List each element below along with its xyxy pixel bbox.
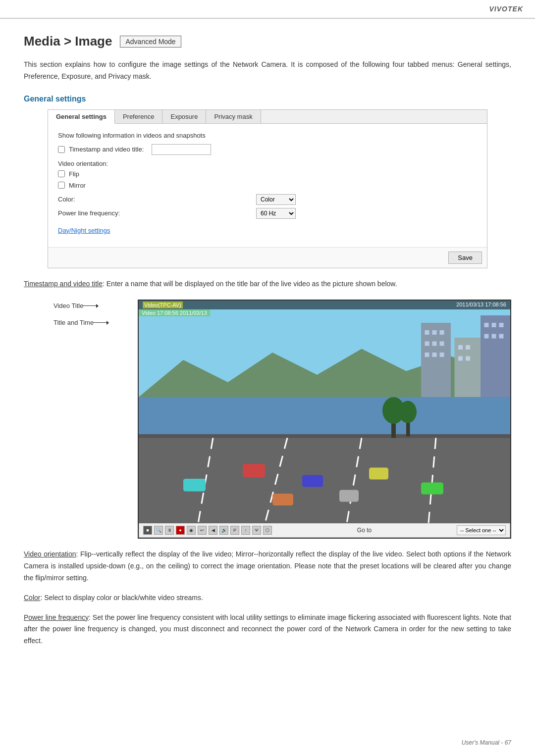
video-title-label-row: Video Title xyxy=(54,301,138,310)
svg-rect-26 xyxy=(492,323,496,327)
goto-select[interactable]: -- Select one -- xyxy=(457,525,506,535)
timestamp-term: Timestamp and video title xyxy=(24,280,103,288)
page-footer: User's Manual - 67 xyxy=(462,739,511,746)
save-button[interactable]: Save xyxy=(448,252,482,264)
svg-rect-22 xyxy=(466,345,470,350)
ctrl-search[interactable]: 🔍 xyxy=(154,526,163,535)
video-timestamp-text: 2011/03/13 17:08:56 xyxy=(456,302,506,308)
svg-rect-21 xyxy=(458,345,463,350)
power-freq-label: Power line frequency: xyxy=(58,209,120,217)
svg-point-34 xyxy=(399,401,417,423)
ctrl-mic[interactable]: Ψ xyxy=(252,526,261,535)
svg-rect-23 xyxy=(458,356,463,361)
orientation-explanation: Video orientation: Flip--vertically refl… xyxy=(24,549,511,584)
video-title-label: Video Title xyxy=(54,302,83,309)
power-freq-row: Power line frequency: 60 Hz 50 Hz xyxy=(58,208,296,219)
ctrl-record[interactable]: ● xyxy=(176,526,185,535)
color-label: Color: xyxy=(58,196,75,203)
power-explanation-text: : Set the power line frequency consisten… xyxy=(24,613,511,645)
svg-rect-36 xyxy=(302,475,323,487)
footer-text: User's Manual - 67 xyxy=(462,739,511,746)
mirror-label: Mirror xyxy=(69,182,86,189)
svg-rect-19 xyxy=(432,353,437,357)
panel-body: Show following information in videos and… xyxy=(48,124,487,247)
timestamp-row: Timestamp and video title: xyxy=(58,144,477,155)
orientation-term: Video orientation xyxy=(24,550,76,558)
tab-exposure[interactable]: Exposure xyxy=(162,110,206,123)
panel-footer: Save xyxy=(48,247,487,268)
svg-rect-11 xyxy=(481,315,510,397)
power-freq-select[interactable]: 60 Hz 50 Hz xyxy=(256,208,296,219)
color-row: Color: Color B/W xyxy=(58,194,296,205)
svg-rect-38 xyxy=(183,479,206,492)
ctrl-vol-down[interactable]: ◀ xyxy=(209,526,217,535)
timestamp-input[interactable] xyxy=(152,144,211,155)
svg-rect-13 xyxy=(432,330,437,335)
video-title-text: Video(TPC-AV) xyxy=(143,302,183,308)
advanced-mode-badge[interactable]: Advanced Mode xyxy=(120,36,181,48)
tab-general-settings[interactable]: General settings xyxy=(48,110,115,124)
goto-label: Go to xyxy=(357,527,372,534)
show-info-label: Show following information in videos and… xyxy=(58,132,477,139)
ctrl-ptz[interactable]: P xyxy=(230,526,239,535)
flip-row: Flip xyxy=(58,170,477,178)
timestamp-explanation-text: : Enter a name that will be displayed on… xyxy=(103,280,397,288)
ctrl-fullscreen[interactable]: ⬡ xyxy=(263,526,272,535)
video-title-time-overlay: Video 17:08:56 2011/03/13 xyxy=(139,309,210,316)
brand-logo: VIVOTEK xyxy=(489,5,523,13)
svg-rect-24 xyxy=(466,356,470,361)
svg-rect-16 xyxy=(432,342,437,346)
settings-panel: General settings Preference Exposure Pri… xyxy=(48,109,487,268)
power-explanation: Power line frequency: Set the power line… xyxy=(24,612,511,647)
section-heading: General settings xyxy=(24,95,511,103)
color-term: Color xyxy=(24,594,40,602)
mirror-row: Mirror xyxy=(58,182,477,189)
timestamp-checkbox[interactable] xyxy=(58,146,65,153)
page-header: VIVOTEK xyxy=(0,0,535,19)
ctrl-up[interactable]: ↑ xyxy=(241,526,250,535)
svg-rect-37 xyxy=(369,468,388,480)
video-control-bar: ■ 🔍 ⏸ ● ◉ ↩ ◀ 🔊 P ↑ Ψ ⬡ Go to -- Select … xyxy=(139,523,510,538)
svg-rect-39 xyxy=(272,494,293,505)
main-content: Media > Image Advanced Mode This section… xyxy=(0,19,535,670)
tabs-row: General settings Preference Exposure Pri… xyxy=(48,110,487,124)
timestamp-label: Timestamp and video title: xyxy=(69,146,144,153)
svg-rect-17 xyxy=(440,342,444,346)
svg-rect-20 xyxy=(440,353,444,357)
tab-preference[interactable]: Preference xyxy=(115,110,163,123)
ctrl-stop[interactable]: ■ xyxy=(143,526,152,535)
ctrl-pause[interactable]: ⏸ xyxy=(165,526,174,535)
svg-rect-29 xyxy=(492,334,496,339)
svg-rect-25 xyxy=(484,323,489,327)
cityscape-svg xyxy=(139,301,510,523)
svg-rect-2 xyxy=(139,397,510,434)
ctrl-back[interactable]: ↩ xyxy=(198,526,207,535)
timestamp-explanation: Timestamp and video title: Enter a name … xyxy=(24,278,511,290)
color-select[interactable]: Color B/W xyxy=(256,194,296,205)
intro-text: This section explains how to configure t… xyxy=(24,59,511,83)
page-title-row: Media > Image Advanced Mode xyxy=(24,34,511,49)
video-orientation-label: Video orientation: xyxy=(58,160,477,167)
ctrl-vol[interactable]: 🔊 xyxy=(219,526,228,535)
video-col: Video(TPC-AV) 2011/03/13 17:08:56 Video … xyxy=(138,300,511,539)
flip-label: Flip xyxy=(69,170,79,178)
video-top-bar: Video(TPC-AV) 2011/03/13 17:08:56 xyxy=(139,301,510,309)
svg-rect-27 xyxy=(499,323,504,327)
page-title: Media > Image xyxy=(24,34,112,49)
day-night-link[interactable]: Day/Night settings xyxy=(58,227,110,234)
video-example-container: Video Title Title and Time Video(TPC-AV) xyxy=(54,300,511,539)
video-outer: Video(TPC-AV) 2011/03/13 17:08:56 Video … xyxy=(138,300,511,539)
svg-rect-30 xyxy=(499,334,504,339)
mirror-checkbox[interactable] xyxy=(58,182,65,189)
color-explanation: Color: Select to display color or black/… xyxy=(24,592,511,604)
ctrl-snapshot[interactable]: ◉ xyxy=(187,526,196,535)
video-inner: Video(TPC-AV) 2011/03/13 17:08:56 Video … xyxy=(139,301,510,523)
video-title-arrow xyxy=(83,305,98,306)
svg-rect-40 xyxy=(339,490,359,502)
svg-rect-41 xyxy=(421,483,443,495)
tab-privacy-mask[interactable]: Privacy mask xyxy=(206,110,261,123)
svg-rect-28 xyxy=(484,334,489,339)
video-labels: Video Title Title and Time xyxy=(54,300,138,539)
flip-checkbox[interactable] xyxy=(58,170,65,177)
svg-rect-18 xyxy=(425,353,429,357)
